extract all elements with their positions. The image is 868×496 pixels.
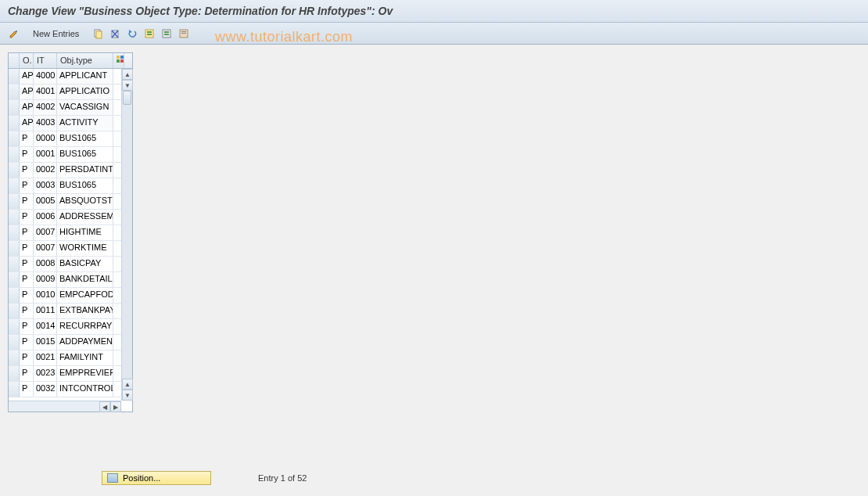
row-selector[interactable]	[9, 257, 20, 271]
cell-obj[interactable]: BASICPAY	[57, 257, 113, 271]
table-row[interactable]: P0009BANKDETAIL	[9, 272, 132, 288]
row-selector[interactable]	[9, 335, 20, 350]
cell-it[interactable]: 0023	[34, 366, 57, 381]
cell-it[interactable]: 0005	[34, 194, 57, 209]
table-row[interactable]: P0007WORKTIME	[9, 241, 132, 257]
cell-obj[interactable]: BANKDETAIL	[57, 272, 113, 287]
cell-o[interactable]: P	[20, 147, 34, 162]
new-entries-button[interactable]: New Entries	[27, 27, 85, 40]
cell-o[interactable]: AP	[20, 116, 34, 131]
table-row[interactable]: AP4002VACASSIGN	[9, 100, 132, 116]
row-selector[interactable]	[9, 178, 20, 193]
table-row[interactable]: P0000BUS1065	[9, 131, 132, 147]
cell-it[interactable]: 0001	[34, 147, 57, 162]
row-selector[interactable]	[9, 382, 20, 397]
cell-o[interactable]: P	[20, 194, 34, 209]
cell-obj[interactable]: RECURRPAY	[57, 319, 113, 334]
copy-icon[interactable]	[90, 26, 106, 41]
scroll-down-arrow-icon[interactable]: ▼	[122, 80, 133, 91]
cell-it[interactable]: 4002	[34, 100, 57, 115]
row-selector[interactable]	[9, 131, 20, 146]
table-row[interactable]: P0023EMPPREVIER	[9, 366, 132, 382]
cell-it[interactable]: 0021	[34, 350, 57, 365]
table-row[interactable]: P0001BUS1065	[9, 147, 132, 163]
table-row[interactable]: P0010EMPCAPFODE	[9, 288, 132, 304]
cell-o[interactable]: P	[20, 382, 34, 397]
row-selector[interactable]	[9, 163, 20, 178]
cell-it[interactable]: 0007	[34, 241, 57, 256]
row-selector[interactable]	[9, 100, 20, 115]
cell-obj[interactable]: EMPPREVIER	[57, 366, 113, 381]
cell-it[interactable]: 0014	[34, 319, 57, 334]
row-selector[interactable]	[9, 194, 20, 209]
row-selector[interactable]	[9, 350, 20, 365]
display-change-icon[interactable]	[6, 26, 22, 41]
cell-it[interactable]: 4001	[34, 84, 57, 99]
scroll-thumb[interactable]	[123, 91, 131, 105]
cell-o[interactable]: AP	[20, 69, 34, 84]
row-selector[interactable]	[9, 241, 20, 256]
row-selector[interactable]	[9, 225, 20, 240]
scroll-track[interactable]	[122, 91, 132, 379]
cell-obj[interactable]: HIGHTIME	[57, 225, 113, 240]
scroll-page-up-icon[interactable]: ▲	[122, 379, 133, 390]
cell-obj[interactable]: ACTIVITY	[57, 116, 113, 131]
cell-obj[interactable]: ADDPAYMENT	[57, 335, 113, 350]
cell-o[interactable]: P	[20, 319, 34, 334]
cell-obj[interactable]: FAMILYINT	[57, 350, 113, 365]
print-icon[interactable]	[176, 26, 192, 41]
cell-o[interactable]: P	[20, 225, 34, 240]
cell-o[interactable]: P	[20, 288, 34, 303]
cell-it[interactable]: 4003	[34, 116, 57, 131]
cell-obj[interactable]: APPLICATIO	[57, 84, 113, 99]
delete-icon[interactable]	[107, 26, 123, 41]
column-header-it[interactable]: IT	[34, 53, 57, 68]
cell-it[interactable]: 0011	[34, 304, 57, 318]
cell-obj[interactable]: ADDRESSEMP	[57, 210, 113, 225]
cell-o[interactable]: P	[20, 366, 34, 381]
horizontal-scrollbar[interactable]: ◀ ▶	[9, 401, 121, 412]
table-row[interactable]: P0015ADDPAYMENT	[9, 335, 132, 350]
table-config-icon[interactable]	[113, 53, 124, 68]
vertical-scrollbar[interactable]: ▲ ▼ ▲ ▼	[121, 69, 132, 401]
cell-obj[interactable]: WORKTIME	[57, 241, 113, 256]
cell-it[interactable]: 0008	[34, 257, 57, 271]
cell-obj[interactable]: BUS1065	[57, 147, 113, 162]
row-selector[interactable]	[9, 116, 20, 131]
cell-obj[interactable]: PERSDATINT	[57, 163, 113, 178]
select-all-icon[interactable]	[142, 26, 157, 41]
cell-o[interactable]: P	[20, 241, 34, 256]
table-row[interactable]: P0011EXTBANKPAY	[9, 304, 132, 319]
cell-o[interactable]: P	[20, 163, 34, 178]
table-row[interactable]: P0008BASICPAY	[9, 257, 132, 272]
cell-obj[interactable]: BUS1065	[57, 131, 113, 146]
cell-it[interactable]: 0009	[34, 272, 57, 287]
cell-obj[interactable]: EXTBANKPAY	[57, 304, 113, 318]
column-header-o[interactable]: O.	[20, 53, 34, 68]
cell-o[interactable]: P	[20, 350, 34, 365]
cell-obj[interactable]: BUS1065	[57, 178, 113, 193]
cell-it[interactable]: 0032	[34, 382, 57, 397]
column-header-obj[interactable]: Obj.type	[57, 53, 113, 68]
table-row[interactable]: P0021FAMILYINT	[9, 350, 132, 366]
cell-it[interactable]: 0015	[34, 335, 57, 350]
cell-it[interactable]: 0007	[34, 225, 57, 240]
table-row[interactable]: AP4003ACTIVITY	[9, 116, 132, 131]
cell-obj[interactable]: INTCONTROL	[57, 382, 113, 397]
scroll-right-arrow-icon[interactable]: ▶	[110, 401, 121, 412]
cell-it[interactable]: 0002	[34, 163, 57, 178]
row-selector[interactable]	[9, 69, 20, 84]
cell-o[interactable]: P	[20, 131, 34, 146]
table-row[interactable]: P0006ADDRESSEMP	[9, 210, 132, 225]
cell-obj[interactable]: APPLICANT	[57, 69, 113, 84]
cell-obj[interactable]: VACASSIGN	[57, 100, 113, 115]
row-selector[interactable]	[9, 84, 20, 99]
cell-o[interactable]: AP	[20, 100, 34, 115]
cell-it[interactable]: 0006	[34, 210, 57, 225]
table-row[interactable]: P0002PERSDATINT	[9, 163, 132, 178]
scroll-left-arrow-icon[interactable]: ◀	[99, 401, 110, 412]
cell-it[interactable]: 4000	[34, 69, 57, 84]
row-selector[interactable]	[9, 210, 20, 225]
cell-o[interactable]: P	[20, 210, 34, 225]
cell-obj[interactable]: ABSQUOTSTL	[57, 194, 113, 209]
